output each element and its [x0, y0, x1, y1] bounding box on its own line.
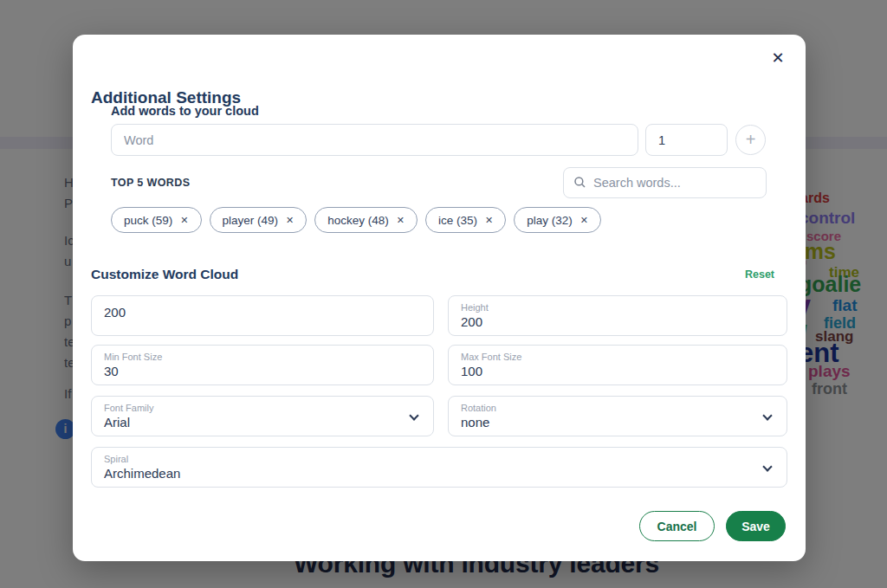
chip-label: hockey (48)	[327, 214, 389, 227]
chip-label: play (32)	[527, 214, 573, 227]
top-words-heading: TOP 5 WORDS	[111, 177, 190, 189]
font-family-label: Font Family	[104, 403, 421, 414]
rotation-label: Rotation	[461, 403, 774, 414]
search-icon	[574, 177, 586, 188]
word-input[interactable]	[111, 124, 638, 156]
height-input[interactable]: Height 200	[448, 295, 787, 336]
spiral-select[interactable]: Spiral Archimedean	[91, 447, 787, 488]
max-font-size-label: Max Font Size	[461, 352, 774, 363]
min-font-size-input[interactable]: Min Font Size 30	[91, 345, 434, 385]
chip-remove-icon[interactable]: ✕	[397, 215, 405, 226]
spiral-label: Spiral	[104, 454, 774, 465]
rotation-value: none	[461, 414, 774, 430]
save-button[interactable]: Save	[726, 511, 786, 541]
word-count-input[interactable]	[645, 124, 728, 156]
height-label: Height	[461, 302, 774, 313]
chip-label: player (49)	[223, 214, 279, 227]
customize-heading: Customize Word Cloud	[91, 267, 238, 282]
chip-remove-icon[interactable]: ✕	[180, 215, 188, 226]
word-chip-hockey[interactable]: hockey (48) ✕	[314, 207, 418, 233]
chip-remove-icon[interactable]: ✕	[286, 215, 294, 226]
chip-remove-icon[interactable]: ✕	[485, 215, 493, 226]
min-font-size-value: 30	[104, 363, 421, 379]
width-input[interactable]: 200	[91, 295, 434, 336]
spiral-value: Archimedean	[104, 465, 774, 481]
word-chip-play[interactable]: play (32) ✕	[514, 207, 601, 233]
word-chip-ice[interactable]: ice (35) ✕	[425, 207, 506, 233]
max-font-size-input[interactable]: Max Font Size 100	[448, 345, 787, 385]
word-chips: puck (59) ✕ player (49) ✕ hockey (48) ✕ …	[111, 207, 601, 233]
rotation-select[interactable]: Rotation none	[448, 396, 787, 436]
max-font-size-value: 100	[461, 363, 774, 379]
close-icon[interactable]: ✕	[767, 48, 788, 68]
word-chip-player[interactable]: player (49) ✕	[210, 207, 308, 233]
reset-button[interactable]: Reset	[745, 268, 774, 281]
height-value: 200	[461, 313, 774, 330]
search-field	[563, 167, 767, 198]
add-words-heading: Add words to your cloud	[111, 104, 259, 118]
cancel-button[interactable]: Cancel	[639, 511, 715, 541]
modal-actions: Cancel Save	[639, 511, 786, 541]
additional-settings-modal: ✕ Additional Settings Add words to your …	[73, 35, 806, 561]
min-font-size-label: Min Font Size	[104, 352, 421, 363]
word-chip-puck[interactable]: puck (59) ✕	[111, 207, 202, 233]
search-input[interactable]	[563, 167, 767, 198]
width-value: 200	[104, 304, 421, 320]
font-family-value: Arial	[104, 414, 421, 430]
chip-remove-icon[interactable]: ✕	[580, 215, 588, 226]
chip-label: ice (35)	[438, 214, 477, 227]
page: HPIcuTpteteIf i ardscontrolscorermsrtime…	[0, 0, 887, 588]
font-family-select[interactable]: Font Family Arial	[91, 396, 434, 436]
add-word-button[interactable]: +	[735, 125, 766, 155]
chip-label: puck (59)	[124, 214, 172, 227]
